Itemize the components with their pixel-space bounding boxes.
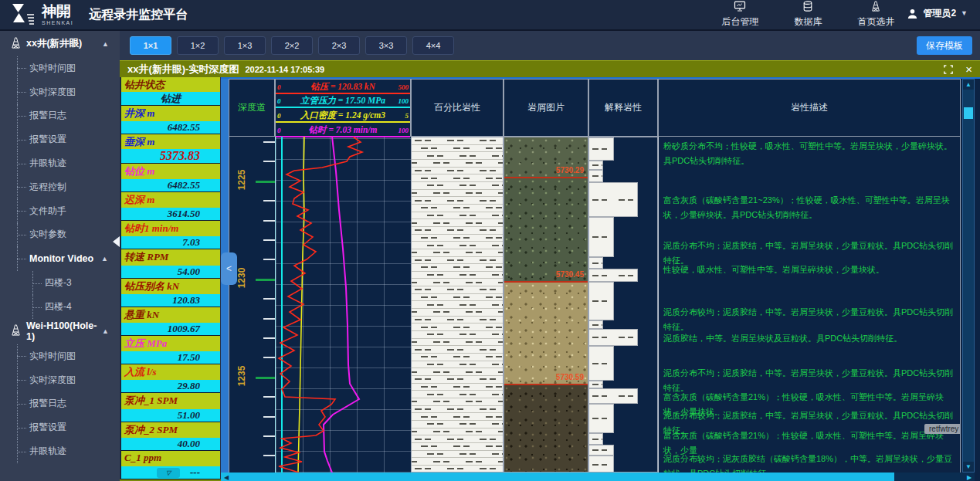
layout-button-1×1[interactable]: 1×1 <box>130 36 171 55</box>
parameter-value: ▽--- <box>121 466 220 479</box>
panel-titlebar: xx井(新井眼)-实时深度图 2022-11-14 17:05:39 × <box>120 60 980 77</box>
chevron-up-icon[interactable]: ▲ <box>102 327 109 335</box>
scroll-right-arrow-icon[interactable]: ▶ <box>964 473 975 481</box>
layout-button-1×2[interactable]: 1×2 <box>177 36 219 55</box>
interpreted-lithology-block <box>589 388 638 404</box>
interpreted-lithology-block <box>589 456 614 473</box>
sidebar-item[interactable]: 井眼轨迹 <box>0 151 120 175</box>
nav-item-1[interactable]: 数据库 <box>794 1 822 29</box>
lithology-percent-row <box>412 301 503 309</box>
parameter-value: 5373.83 <box>121 149 220 163</box>
parameter-value: 6482.55 <box>121 121 220 134</box>
nav-item-2[interactable]: 首页选井 <box>857 1 894 29</box>
well-root-label: Wei-H100(Hole-1) <box>26 320 102 342</box>
lithology-percent-row <box>412 368 503 376</box>
save-template-button[interactable]: 保存模板 <box>917 36 972 55</box>
depth-minor-tick <box>263 298 275 300</box>
parameter-value-text: 3614.50 <box>168 208 200 220</box>
sidebar-item[interactable]: 文件助手 <box>0 199 120 223</box>
lithology-percent-row <box>412 168 503 175</box>
parameter-value-text: 7.03 <box>182 236 200 249</box>
user-menu[interactable]: 管理员2 ▼ <box>907 7 968 20</box>
lithology-percent-row <box>412 398 503 406</box>
chevron-up-icon[interactable]: ▲ <box>102 40 109 48</box>
sidebar-collapse-handle[interactable] <box>113 236 120 247</box>
interpreted-lithology-block <box>589 346 614 381</box>
sidebar-group-monitor-video[interactable]: Monitor Video▲ <box>0 246 120 271</box>
sidebar-item[interactable]: 报警设置 <box>0 415 120 439</box>
sidebar-item[interactable]: 报警日志 <box>0 392 120 416</box>
interpreted-lithology-header: 解释岩性 <box>588 79 658 137</box>
parameter-value-text: 51.00 <box>178 409 200 422</box>
sidebar-well-root[interactable]: xx井(新井眼)▲ <box>0 31 120 56</box>
collapse-left-handle[interactable]: < <box>221 252 237 285</box>
interpreted-lithology-block <box>589 329 638 346</box>
sidebar-item[interactable]: 四楼-3 <box>0 271 120 295</box>
interpreted-lithology-block <box>589 137 614 161</box>
sidebar-item-label: 报警日志 <box>29 397 66 410</box>
sidebar-well-root[interactable]: Wei-H100(Hole-1)▲ <box>0 319 120 344</box>
depth-minor-tick <box>263 455 275 456</box>
lithology-percent-row <box>412 205 503 212</box>
parameter-block: C_1 ppm▽--- <box>121 451 220 479</box>
layout-button-4×4[interactable]: 4×4 <box>412 36 454 55</box>
sidebar-item[interactable]: 实时深度图 <box>0 368 120 392</box>
lithology-description-track: retfwtrey 粉砂质分布不均；性较硬，吸水性、可塑性中等。岩屑呈块状，少量… <box>658 137 961 473</box>
sidebar-item[interactable]: 四楼-4 <box>0 295 120 319</box>
parameter-label: 钻时1 min/m <box>121 221 220 236</box>
nav-item-0[interactable]: 后台管理 <box>721 1 758 29</box>
lithology-percent-row <box>412 361 503 369</box>
layout-button-2×2[interactable]: 2×2 <box>271 36 313 55</box>
vertical-scroll-thumb[interactable] <box>964 107 973 119</box>
layout-button-1×3[interactable]: 1×3 <box>224 36 266 55</box>
sidebar-item[interactable]: 实时时间图 <box>0 56 120 80</box>
parameter-block: 钻压别名 kN120.83 <box>121 279 220 307</box>
lithology-percent-row <box>412 235 503 242</box>
depth-major-tick <box>256 279 275 281</box>
lithology-description-text: 泥质胶结，中等。岩屑呈块状及豆粒状。具PDC钻头切削特征。 <box>663 331 954 346</box>
top-nav: 后台管理数据库首页选井 <box>721 1 894 29</box>
sidebar-item[interactable]: 报警设置 <box>0 127 120 151</box>
sidebar-item[interactable]: 实时深度图 <box>0 80 120 104</box>
parameter-label: 钻压别名 kN <box>121 279 220 294</box>
sidebar-item[interactable]: 报警日志 <box>0 104 120 128</box>
parameter-value: 40.00 <box>121 438 220 450</box>
fullscreen-icon[interactable] <box>944 65 953 74</box>
app-title: 远程录井监控平台 <box>89 7 188 23</box>
dropdown-icon[interactable]: ▽ <box>157 468 180 478</box>
sidebar-item[interactable]: 远程控制 <box>0 175 120 199</box>
layout-button-3×3[interactable]: 3×3 <box>365 36 407 55</box>
parameter-block: 立压 MPa17.50 <box>121 336 220 364</box>
lithology-description-text: 性较硬，吸水性、可塑性中等。岩屑呈碎块状，少量块状。 <box>663 263 954 277</box>
parameter-value: 钻进 <box>121 92 220 106</box>
lithology-percent-row <box>412 294 503 302</box>
parameter-block: 入流 l/s29.80 <box>121 364 220 393</box>
lithology-percent-row <box>412 346 503 354</box>
lithology-percent-row <box>412 197 503 205</box>
interpreted-lithology-block <box>589 269 638 282</box>
parameter-value-text: 29.80 <box>178 380 200 392</box>
sidebar-item-label: 四楼-4 <box>45 300 72 313</box>
horizontal-scroll-thumb[interactable] <box>232 473 894 481</box>
scroll-down-arrow-icon[interactable]: ▼ <box>963 462 974 472</box>
parameter-value: 1009.67 <box>121 323 220 335</box>
depth-minor-tick <box>263 435 275 437</box>
sidebar-item[interactable]: 实时参数 <box>0 223 120 247</box>
depth-major-tick <box>256 181 275 183</box>
scroll-up-arrow-icon[interactable]: ▲ <box>963 80 974 90</box>
lithology-percent-row <box>412 212 503 220</box>
chevron-up-icon[interactable]: ▲ <box>101 255 108 263</box>
app-screen: 神開 SHENKAI 远程录井监控平台 后台管理数据库首页选井 管理员2 ▼ x… <box>0 0 980 481</box>
lithology-percent-row <box>412 257 503 265</box>
close-icon[interactable]: × <box>965 65 972 74</box>
scroll-left-arrow-icon[interactable]: ◀ <box>221 473 232 481</box>
sidebar-item[interactable]: 实时时间图 <box>0 344 120 368</box>
depth-minor-tick <box>263 200 275 202</box>
lithology-percent-row <box>412 309 503 317</box>
vertical-scrollbar: ▲ ▼ <box>962 79 975 473</box>
lithology-percent-row <box>412 152 503 160</box>
layout-button-2×3[interactable]: 2×3 <box>318 36 360 55</box>
interpreted-lithology-block <box>589 217 614 257</box>
shenkai-logo-icon <box>9 3 36 26</box>
sidebar-item[interactable]: 井眼轨迹 <box>0 439 120 463</box>
